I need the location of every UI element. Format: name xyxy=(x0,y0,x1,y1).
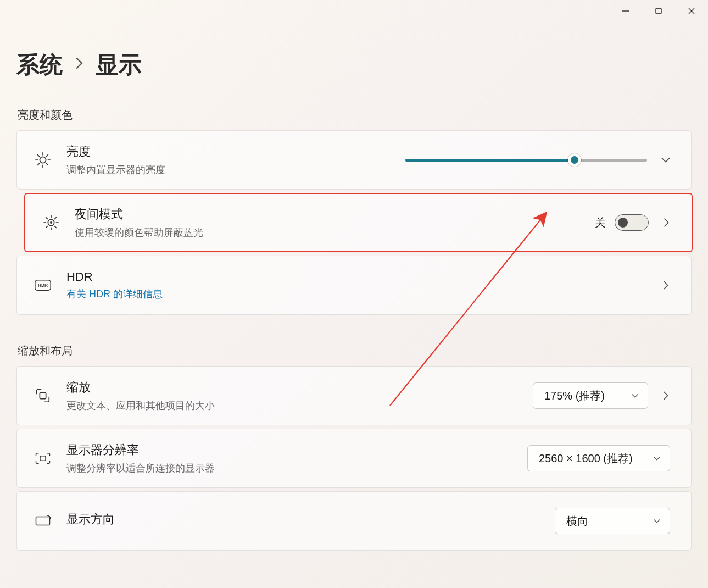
orientation-title: 显示方向 xyxy=(66,511,209,528)
svg-line-11 xyxy=(38,164,40,165)
section-brightness-color: 亮度和颜色 xyxy=(18,108,692,123)
detail-chevron[interactable] xyxy=(655,280,677,290)
brightness-subtitle: 调整内置显示器的亮度 xyxy=(66,163,209,176)
night-light-subtitle: 使用较暖的颜色帮助屏蔽蓝光 xyxy=(75,226,218,239)
sun-icon xyxy=(31,152,54,168)
night-light-toggle[interactable] xyxy=(615,214,649,231)
card-night-light[interactable]: 夜间模式 使用较暖的颜色帮助屏蔽蓝光 关 xyxy=(24,193,693,252)
scale-title: 缩放 xyxy=(66,379,215,396)
chevron-right-icon xyxy=(75,56,83,74)
chevron-down-icon xyxy=(653,517,661,525)
svg-line-10 xyxy=(47,164,48,165)
detail-chevron[interactable] xyxy=(655,218,677,228)
expand-chevron[interactable] xyxy=(655,155,677,165)
sun-dot-icon xyxy=(40,214,63,231)
resolution-icon xyxy=(31,450,54,467)
hdr-icon: HDR xyxy=(31,277,54,293)
scale-value: 175% (推荐) xyxy=(544,389,605,403)
svg-line-21 xyxy=(46,226,48,228)
maximize-button[interactable] xyxy=(642,0,675,22)
hdr-link[interactable]: 有关 HDR 的详细信息 xyxy=(66,287,209,301)
svg-rect-27 xyxy=(36,517,50,525)
night-light-title: 夜间模式 xyxy=(75,206,218,223)
orientation-icon xyxy=(31,513,54,529)
section-scale-layout: 缩放和布局 xyxy=(18,343,692,358)
resolution-subtitle: 调整分辨率以适合所连接的显示器 xyxy=(66,462,215,475)
svg-text:HDR: HDR xyxy=(38,282,48,288)
card-brightness[interactable]: 亮度 调整内置显示器的亮度 xyxy=(16,130,692,190)
svg-line-9 xyxy=(38,155,40,157)
svg-rect-25 xyxy=(40,392,46,398)
svg-line-12 xyxy=(47,155,48,157)
night-light-toggle-label: 关 xyxy=(595,215,606,230)
brightness-title: 亮度 xyxy=(66,143,209,160)
resolution-select[interactable]: 2560 × 1600 (推荐) xyxy=(527,445,670,471)
svg-rect-26 xyxy=(40,456,46,461)
svg-line-22 xyxy=(55,218,57,219)
scale-icon xyxy=(31,387,54,404)
breadcrumb-current: 显示 xyxy=(96,49,142,80)
scale-select[interactable]: 175% (推荐) xyxy=(533,382,648,409)
svg-rect-1 xyxy=(656,8,661,14)
minimize-button[interactable] xyxy=(609,0,642,22)
hdr-title: HDR xyxy=(66,270,209,284)
svg-line-20 xyxy=(55,226,57,228)
card-hdr[interactable]: HDR HDR 有关 HDR 的详细信息 xyxy=(16,256,692,315)
breadcrumb-parent[interactable]: 系统 xyxy=(16,49,63,80)
svg-line-19 xyxy=(46,218,48,219)
chevron-down-icon xyxy=(631,392,639,400)
scale-subtitle: 更改文本、应用和其他项目的大小 xyxy=(66,399,215,412)
svg-point-4 xyxy=(40,157,46,163)
chevron-down-icon xyxy=(653,454,661,462)
card-orientation[interactable]: 显示方向 横向 xyxy=(16,491,692,551)
svg-point-14 xyxy=(50,221,52,224)
orientation-select[interactable]: 横向 xyxy=(555,508,670,534)
resolution-value: 2560 × 1600 (推荐) xyxy=(539,451,633,466)
resolution-title: 显示器分辨率 xyxy=(66,442,215,458)
breadcrumb: 系统 显示 xyxy=(16,49,692,80)
close-button[interactable] xyxy=(675,0,708,22)
card-scale[interactable]: 缩放 更改文本、应用和其他项目的大小 175% (推荐) xyxy=(16,366,692,425)
window-controls xyxy=(609,0,708,22)
brightness-slider[interactable] xyxy=(405,153,647,167)
orientation-value: 横向 xyxy=(566,514,588,529)
detail-chevron[interactable] xyxy=(655,391,677,401)
card-resolution[interactable]: 显示器分辨率 调整分辨率以适合所连接的显示器 2560 × 1600 (推荐) xyxy=(16,429,692,488)
